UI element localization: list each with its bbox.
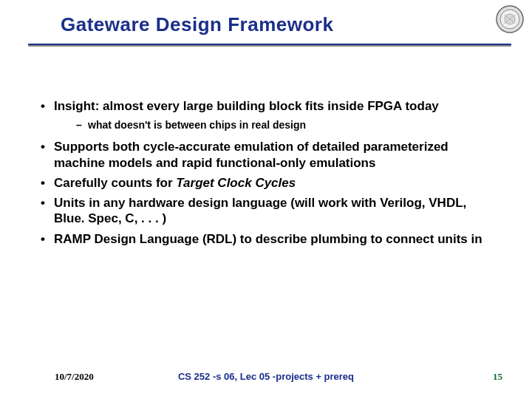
bullet-text: Insight: almost every large building blo… (54, 99, 439, 113)
footer-page-number: 15 (493, 371, 502, 383)
bullet-text: Units in any hardware design language (w… (54, 196, 466, 225)
bullet-text: Supports both cycle-accurate emulation o… (54, 140, 449, 169)
footer-date: 10/7/2020 (55, 371, 94, 383)
slide-title: Gateware Design Framework (61, 13, 502, 36)
bullet-item: Carefully counts for Target Clock Cycles (41, 175, 491, 191)
bullet-text: RAMP Design Language (RDL) to describe p… (54, 232, 482, 246)
bullet-item: RAMP Design Language (RDL) to describe p… (41, 231, 491, 247)
bullet-text-pre: Carefully counts for (54, 176, 176, 190)
footer-center: CS 252 -s 06, Lec 05 -projects + prereq (178, 371, 354, 382)
bullet-item: Units in any hardware design language (w… (41, 195, 491, 227)
bullet-item: Insight: almost every large building blo… (41, 98, 491, 132)
sub-bullet-item: what doesn't is between chips in real de… (76, 118, 491, 132)
slide-footer: 10/7/2020 CS 252 -s 06, Lec 05 -projects… (0, 371, 532, 383)
seal-icon (495, 4, 525, 34)
sub-bullet-text: what doesn't is between chips in real de… (88, 119, 306, 131)
bullet-text-italic: Target Clock Cycles (176, 176, 296, 190)
slide-body: Insight: almost every large building blo… (0, 47, 532, 247)
bullet-item: Supports both cycle-accurate emulation o… (41, 139, 491, 171)
